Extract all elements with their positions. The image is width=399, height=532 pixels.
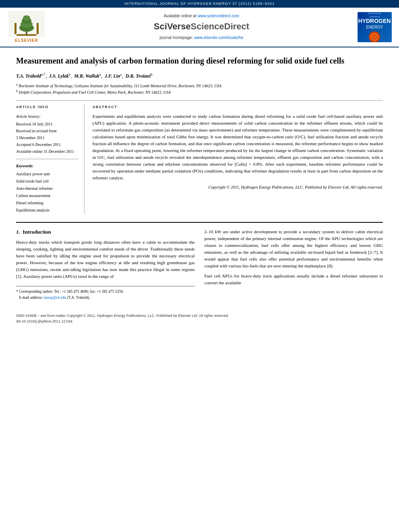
svg-point-5 [23,15,30,21]
paper-title: Measurement and analysis of carbon forma… [16,55,383,66]
keyword-1: Auxiliary power unit [16,170,78,178]
author-5-sup: b [151,72,153,76]
available-online-text: Available online at www.sciencedirect.co… [164,13,239,19]
author-4-sup: a [120,72,122,76]
accepted-date: Accepted 6 December 2011 [16,141,78,148]
divider-1 [16,100,383,101]
keyword-5: Diesel reforming [16,199,78,207]
section-1-heading: Introduction [23,229,51,235]
svg-rect-8 [37,23,39,34]
abstract-text: Experiments and equilibrium analysis wer… [93,113,383,181]
journal-citation: INTERNATIONAL JOURNAL OF HYDROGEN ENERGY… [124,2,275,6]
keyword-6: Equilibrium analysis [16,207,78,214]
journal-logo-circle [369,31,380,42]
doi-line: doi:10.1016/j.ijhydene.2011.12.034 [16,318,383,324]
bottom-bar: 0360-3199/$ – see front matter Copyright… [0,313,399,325]
keywords-list: Auxiliary power unit Solid oxide fuel ce… [16,170,78,214]
article-info-abstract: ARTICLE INFO Article history: Received 1… [16,105,383,214]
issn-line: 0360-3199/$ – see front matter Copyright… [16,313,383,318]
author-1-sup: a,* [41,72,45,76]
author-4: J.F. Lin [105,73,120,79]
journal-logo-intl: International [368,12,381,15]
journal-logo-box: International Journal of HYDROGEN ENERGY [358,12,392,42]
affiliation-a: a Rochester Institute of Technology, Gol… [16,82,383,89]
revised-date: 3 December 2011 [16,134,78,141]
affiliation-b: b Delphi Corporation, Propulsion and Fue… [16,89,383,95]
journal-homepage-url[interactable]: www.elsevier.com/locate/he [194,35,243,40]
footnote-email-suffix: (T.A. Trabold). [67,296,90,300]
copyright-text: Copyright © 2011, Hydrogen Energy Public… [93,184,383,191]
keywords-label: Keywords: [16,163,78,169]
section-1-num: 1. [16,229,20,235]
received-date: Received 18 July 2011 [16,121,78,127]
article-info-heading: ARTICLE INFO [16,105,78,110]
elsevier-tree-icon [8,11,45,37]
keywords-section: Keywords: Auxiliary power unit Solid oxi… [16,163,78,214]
revised-label: Received in revised form [16,127,78,134]
sciverse-url[interactable]: www.sciencedirect.com [197,14,239,18]
authors-line: T.A. Trabolda,*, J.S. Lylakb, M.R. Wallu… [16,72,383,80]
introduction-section: 1. Introduction Heavy-duty trucks which … [16,222,383,301]
author-3-sup: a [99,72,101,76]
journal-logo-hydrogen: HYDROGEN [358,18,391,24]
intro-para-right-1: 2–10 kW are under active development to … [204,228,383,269]
keyword-4: Carbon measurement [16,192,78,199]
intro-para-right-2: Fuel cell APUs for heavy-duty truck appl… [204,273,383,286]
journal-logo-right: International Journal of HYDROGEN ENERGY [356,12,393,42]
elsevier-logo: ELSEVIER [6,11,47,43]
paper-content: Measurement and analysis of carbon forma… [0,47,399,309]
author-2: J.S. Lylak [49,73,69,79]
author-1: T.A. Trabold [16,73,41,79]
journal-header: ELSEVIER Available online at www.science… [0,8,399,47]
svg-rect-7 [14,23,16,34]
author-5: D.R. Troiani [125,73,151,79]
body-two-col: 1. Introduction Heavy-duty trucks which … [16,228,383,301]
author-3: M.R. Walluk [74,73,100,79]
svg-point-11 [373,36,376,38]
sciverse-logo: SciVerseScienceDirect [154,21,249,33]
sciverse-part1: SciVerse [154,21,191,31]
section-1-title: 1. Introduction [16,228,195,236]
header-middle: Available online at www.sciencedirect.co… [51,13,352,41]
divider-keywords [16,159,78,159]
body-left-col: 1. Introduction Heavy-duty trucks which … [16,228,195,301]
elsevier-brand-name: ELSEVIER [15,38,38,43]
svg-rect-6 [16,34,37,36]
footnote-email: E-mail address: tatasp@rit.edu (T.A. Tra… [16,295,195,301]
online-date: Available online 31 December 2011 [16,148,78,155]
footnote-corresponding: * Corresponding author. Tel.: +1 585 475… [16,289,195,295]
sciverse-part2: ScienceDirect [191,21,249,31]
journal-logo-energy: ENERGY [366,25,383,30]
author-email-link[interactable]: tatasp@rit.edu [44,296,66,300]
abstract-heading: ABSTRACT [93,105,383,110]
abstract-col: ABSTRACT Experiments and equilibrium ana… [93,105,383,214]
affiliations: a Rochester Institute of Technology, Gol… [16,82,383,96]
article-info-col: ARTICLE INFO Article history: Received 1… [16,105,84,214]
journal-header-bar: INTERNATIONAL JOURNAL OF HYDROGEN ENERGY… [0,0,399,8]
article-history: Article history: Received 18 July 2011 R… [16,113,78,155]
author-2-sup: b [69,72,71,76]
body-right-col: 2–10 kW are under active development to … [204,228,383,301]
history-label: Article history: [16,113,78,120]
journal-homepage-text: journal homepage: www.elsevier.com/locat… [160,35,243,41]
keyword-3: Auto-thermal reformer [16,185,78,192]
intro-para-left: Heavy-duty trucks which transport goods … [16,239,195,280]
footnote-area: * Corresponding author. Tel.: +1 585 475… [16,286,195,301]
keyword-2: Solid oxide fuel cell [16,178,78,185]
